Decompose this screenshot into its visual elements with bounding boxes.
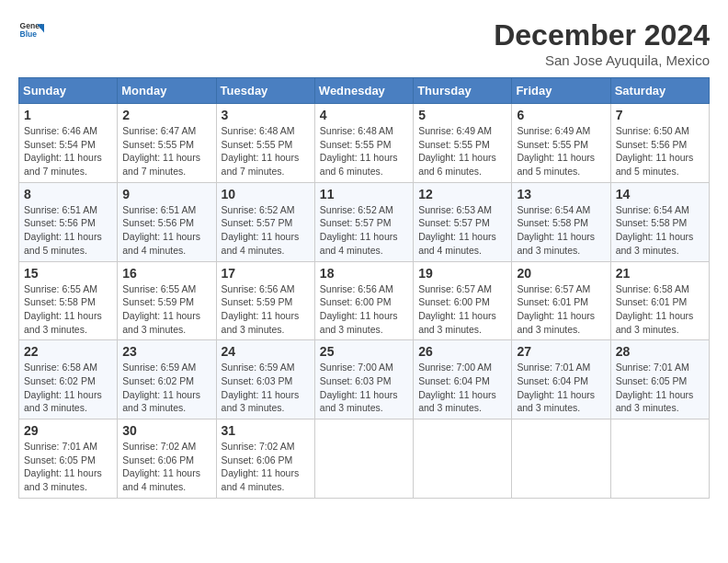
day-number: 13 <box>517 187 605 201</box>
calendar-cell: 10Sunrise: 6:52 AMSunset: 5:57 PMDayligh… <box>216 182 314 261</box>
day-number: 24 <box>222 344 310 359</box>
header-day-monday: Monday <box>118 78 216 104</box>
calendar-cell: 25Sunrise: 7:00 AMSunset: 6:03 PMDayligh… <box>314 340 413 419</box>
calendar-cell: 16Sunrise: 6:55 AMSunset: 5:59 PMDayligh… <box>118 261 216 340</box>
day-number: 20 <box>517 266 605 281</box>
calendar-cell: 28Sunrise: 7:01 AMSunset: 6:05 PMDayligh… <box>610 340 709 419</box>
day-info: Sunrise: 6:58 AMSunset: 6:01 PMDaylight:… <box>616 282 704 337</box>
day-number: 22 <box>24 344 112 359</box>
day-info: Sunrise: 6:56 AMSunset: 5:59 PMDaylight:… <box>222 282 310 337</box>
calendar-week-1: 1Sunrise: 6:46 AMSunset: 5:54 PMDaylight… <box>19 104 710 183</box>
calendar-cell: 13Sunrise: 6:54 AMSunset: 5:58 PMDayligh… <box>512 182 610 261</box>
title-area: December 2024 San Jose Ayuquila, Mexico <box>494 18 710 68</box>
day-number: 16 <box>122 266 210 281</box>
day-info: Sunrise: 6:57 AMSunset: 6:01 PMDaylight:… <box>517 282 605 337</box>
day-info: Sunrise: 6:51 AMSunset: 5:56 PMDaylight:… <box>122 203 210 258</box>
header-day-friday: Friday <box>512 78 610 104</box>
calendar-cell: 31Sunrise: 7:02 AMSunset: 6:06 PMDayligh… <box>216 419 314 499</box>
day-info: Sunrise: 6:52 AMSunset: 5:57 PMDaylight:… <box>222 203 310 258</box>
day-number: 11 <box>320 187 408 201</box>
day-info: Sunrise: 6:58 AMSunset: 6:02 PMDaylight:… <box>24 361 112 415</box>
day-info: Sunrise: 6:52 AMSunset: 5:57 PMDaylight:… <box>320 203 408 258</box>
day-info: Sunrise: 6:51 AMSunset: 5:56 PMDaylight:… <box>24 203 112 258</box>
calendar-cell: 3Sunrise: 6:48 AMSunset: 5:55 PMDaylight… <box>216 104 314 183</box>
day-info: Sunrise: 6:57 AMSunset: 6:00 PMDaylight:… <box>418 282 506 337</box>
calendar-table: SundayMondayTuesdayWednesdayThursdayFrid… <box>18 77 710 499</box>
calendar-cell: 14Sunrise: 6:54 AMSunset: 5:58 PMDayligh… <box>610 182 709 261</box>
day-info: Sunrise: 6:55 AMSunset: 5:59 PMDaylight:… <box>122 282 210 337</box>
day-number: 21 <box>616 266 704 281</box>
calendar-cell: 24Sunrise: 6:59 AMSunset: 6:03 PMDayligh… <box>216 340 314 419</box>
calendar-cell: 29Sunrise: 7:01 AMSunset: 6:05 PMDayligh… <box>19 419 118 499</box>
calendar-cell: 30Sunrise: 7:02 AMSunset: 6:06 PMDayligh… <box>118 419 216 499</box>
day-info: Sunrise: 6:47 AMSunset: 5:55 PMDaylight:… <box>122 124 210 178</box>
day-number: 1 <box>24 108 112 122</box>
day-info: Sunrise: 6:46 AMSunset: 5:54 PMDaylight:… <box>24 124 112 178</box>
month-title: December 2024 <box>494 18 710 52</box>
day-info: Sunrise: 6:53 AMSunset: 5:57 PMDaylight:… <box>418 203 506 258</box>
calendar-cell: 18Sunrise: 6:56 AMSunset: 6:00 PMDayligh… <box>314 261 413 340</box>
day-info: Sunrise: 7:02 AMSunset: 6:06 PMDaylight:… <box>122 440 210 494</box>
day-info: Sunrise: 6:54 AMSunset: 5:58 PMDaylight:… <box>616 203 704 258</box>
day-number: 4 <box>320 108 408 122</box>
calendar-header-row: SundayMondayTuesdayWednesdayThursdayFrid… <box>19 78 710 104</box>
calendar-cell: 9Sunrise: 6:51 AMSunset: 5:56 PMDaylight… <box>118 182 216 261</box>
day-info: Sunrise: 7:00 AMSunset: 6:03 PMDaylight:… <box>320 361 408 415</box>
day-info: Sunrise: 6:59 AMSunset: 6:02 PMDaylight:… <box>122 361 210 415</box>
day-info: Sunrise: 7:00 AMSunset: 6:04 PMDaylight:… <box>418 361 506 415</box>
day-info: Sunrise: 6:49 AMSunset: 5:55 PMDaylight:… <box>418 124 506 178</box>
calendar-cell <box>314 419 413 499</box>
svg-text:Blue: Blue <box>20 29 38 39</box>
day-info: Sunrise: 7:02 AMSunset: 6:06 PMDaylight:… <box>222 440 310 494</box>
calendar-cell: 2Sunrise: 6:47 AMSunset: 5:55 PMDaylight… <box>118 104 216 183</box>
calendar-week-4: 22Sunrise: 6:58 AMSunset: 6:02 PMDayligh… <box>19 340 710 419</box>
calendar-cell: 6Sunrise: 6:49 AMSunset: 5:55 PMDaylight… <box>512 104 610 183</box>
day-info: Sunrise: 7:01 AMSunset: 6:04 PMDaylight:… <box>517 361 605 415</box>
day-number: 27 <box>517 344 605 359</box>
calendar-cell: 26Sunrise: 7:00 AMSunset: 6:04 PMDayligh… <box>414 340 512 419</box>
calendar-cell: 22Sunrise: 6:58 AMSunset: 6:02 PMDayligh… <box>19 340 118 419</box>
day-number: 26 <box>418 344 506 359</box>
day-number: 14 <box>616 187 704 201</box>
day-info: Sunrise: 6:56 AMSunset: 6:00 PMDaylight:… <box>320 282 408 337</box>
day-number: 30 <box>122 423 210 438</box>
day-info: Sunrise: 6:48 AMSunset: 5:55 PMDaylight:… <box>320 124 408 178</box>
day-info: Sunrise: 6:50 AMSunset: 5:56 PMDaylight:… <box>616 124 704 178</box>
day-number: 2 <box>122 108 210 122</box>
calendar-cell: 27Sunrise: 7:01 AMSunset: 6:04 PMDayligh… <box>512 340 610 419</box>
header-day-tuesday: Tuesday <box>216 78 314 104</box>
day-number: 17 <box>222 266 310 281</box>
page-header: General Blue December 2024 San Jose Ayuq… <box>18 18 710 68</box>
calendar-cell: 15Sunrise: 6:55 AMSunset: 5:58 PMDayligh… <box>19 261 118 340</box>
calendar-cell: 17Sunrise: 6:56 AMSunset: 5:59 PMDayligh… <box>216 261 314 340</box>
day-number: 29 <box>24 423 112 438</box>
calendar-cell: 11Sunrise: 6:52 AMSunset: 5:57 PMDayligh… <box>314 182 413 261</box>
calendar-cell: 5Sunrise: 6:49 AMSunset: 5:55 PMDaylight… <box>414 104 512 183</box>
day-number: 12 <box>418 187 506 201</box>
day-number: 8 <box>24 187 112 201</box>
day-info: Sunrise: 6:48 AMSunset: 5:55 PMDaylight:… <box>222 124 310 178</box>
calendar-cell: 12Sunrise: 6:53 AMSunset: 5:57 PMDayligh… <box>414 182 512 261</box>
calendar-week-2: 8Sunrise: 6:51 AMSunset: 5:56 PMDaylight… <box>19 182 710 261</box>
calendar-cell: 8Sunrise: 6:51 AMSunset: 5:56 PMDaylight… <box>19 182 118 261</box>
calendar-cell <box>414 419 512 499</box>
calendar-cell <box>512 419 610 499</box>
day-number: 15 <box>24 266 112 281</box>
header-day-thursday: Thursday <box>414 78 512 104</box>
calendar-cell: 19Sunrise: 6:57 AMSunset: 6:00 PMDayligh… <box>414 261 512 340</box>
day-number: 6 <box>517 108 605 122</box>
header-day-saturday: Saturday <box>610 78 709 104</box>
day-info: Sunrise: 6:59 AMSunset: 6:03 PMDaylight:… <box>222 361 310 415</box>
header-day-wednesday: Wednesday <box>314 78 413 104</box>
location: San Jose Ayuquila, Mexico <box>494 52 710 68</box>
day-info: Sunrise: 7:01 AMSunset: 6:05 PMDaylight:… <box>24 440 112 494</box>
day-number: 10 <box>222 187 310 201</box>
calendar-week-3: 15Sunrise: 6:55 AMSunset: 5:58 PMDayligh… <box>19 261 710 340</box>
day-info: Sunrise: 6:55 AMSunset: 5:58 PMDaylight:… <box>24 282 112 337</box>
calendar-cell: 20Sunrise: 6:57 AMSunset: 6:01 PMDayligh… <box>512 261 610 340</box>
day-number: 31 <box>222 423 310 438</box>
day-info: Sunrise: 6:49 AMSunset: 5:55 PMDaylight:… <box>517 124 605 178</box>
calendar-cell <box>610 419 709 499</box>
calendar-week-5: 29Sunrise: 7:01 AMSunset: 6:05 PMDayligh… <box>19 419 710 499</box>
day-number: 25 <box>320 344 408 359</box>
